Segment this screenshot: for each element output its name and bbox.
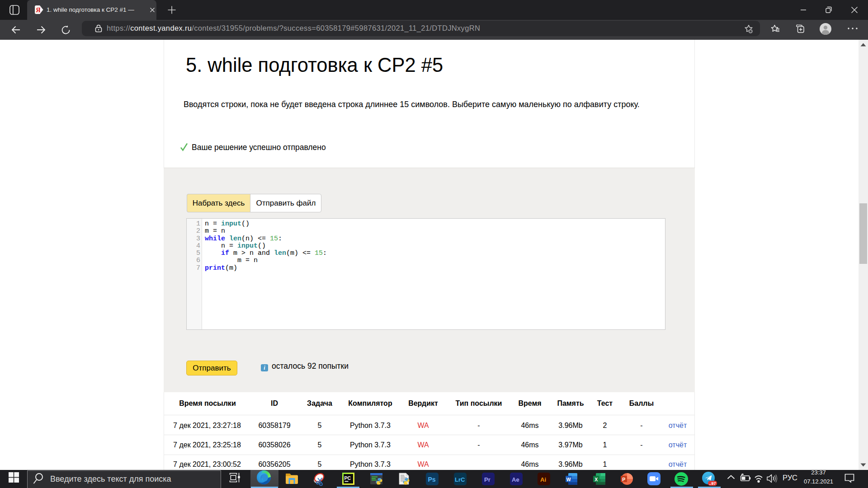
svg-text:Я: Я	[36, 6, 41, 14]
svg-text:X: X	[594, 477, 598, 482]
svg-text:Ai: Ai	[540, 476, 546, 483]
svg-text:Ps: Ps	[428, 476, 436, 483]
svg-text:LrC: LrC	[455, 476, 465, 483]
svg-text:Ae: Ae	[512, 476, 519, 483]
svg-text:P: P	[622, 477, 625, 482]
svg-text:Pr: Pr	[484, 476, 491, 483]
svg-text:W: W	[566, 477, 571, 482]
svg-text:PC: PC	[344, 475, 351, 481]
svg-text:..97: ..97	[709, 481, 716, 486]
